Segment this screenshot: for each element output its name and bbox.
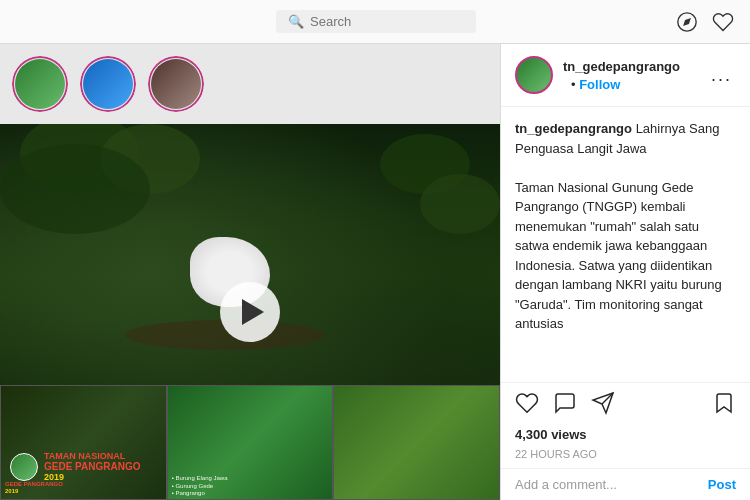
comment-button[interactable]: [553, 391, 577, 421]
svg-marker-1: [683, 18, 691, 26]
bookmark-button[interactable]: [712, 391, 736, 421]
more-button[interactable]: ...: [707, 65, 736, 86]
wm-text: Taman Nasional GEDE PANGRANGO 2019: [44, 451, 141, 482]
story-avatar-1[interactable]: [12, 56, 68, 112]
comment-input[interactable]: [515, 477, 700, 492]
post-caption: tn_gedepangrango Lahirnya Sang Penguasa …: [501, 107, 750, 382]
watermark: Taman Nasional GEDE PANGRANGO 2019: [10, 451, 141, 482]
thumb-wm-1: GEDE PANGRANGO 2019: [5, 481, 63, 495]
search-box[interactable]: 🔍: [276, 10, 476, 33]
story-avatar-3[interactable]: [148, 56, 204, 112]
caption-username[interactable]: tn_gedepangrango: [515, 121, 632, 136]
search-icon: 🔍: [288, 14, 304, 29]
caption-text: Lahirnya Sang Penguasa Langit Jawa Taman…: [515, 121, 722, 331]
post-username[interactable]: tn_gedepangrango: [563, 59, 680, 74]
story-strip: [0, 44, 500, 124]
like-button[interactable]: [515, 391, 539, 421]
bottom-thumbnails: GEDE PANGRANGO 2019 • Burung Elang Jawa …: [0, 385, 500, 500]
heart-button[interactable]: [712, 11, 734, 33]
follow-button[interactable]: Follow: [571, 77, 620, 92]
timestamp: 22 HOURS AGO: [501, 446, 750, 468]
top-bar: 🔍: [0, 0, 750, 44]
media-panel: Taman Nasional GEDE PANGRANGO 2019 GEDE …: [0, 44, 500, 500]
post-user: tn_gedepangrango Follow: [563, 57, 697, 93]
main-content: Taman Nasional GEDE PANGRANGO 2019 GEDE …: [0, 44, 750, 500]
play-button[interactable]: [220, 282, 280, 342]
thumb-3[interactable]: [333, 385, 500, 500]
compass-button[interactable]: [676, 11, 698, 33]
share-button[interactable]: [591, 391, 615, 421]
search-input[interactable]: [310, 14, 460, 29]
story-avatar-2[interactable]: [80, 56, 136, 112]
comment-box: Post: [501, 468, 750, 500]
right-panel: tn_gedepangrango Follow ... tn_gedepangr…: [500, 44, 750, 500]
post-avatar[interactable]: [515, 56, 553, 94]
post-header: tn_gedepangrango Follow ...: [501, 44, 750, 107]
thumb-2[interactable]: • Burung Elang Jawa • Gunung Gede • Pang…: [167, 385, 334, 500]
thumb-1[interactable]: GEDE PANGRANGO 2019: [0, 385, 167, 500]
top-bar-icons: [676, 11, 734, 33]
post-comment-button[interactable]: Post: [708, 477, 736, 492]
wm-avatar: [10, 453, 38, 481]
views-count: 4,300 views: [501, 425, 750, 446]
post-actions: [501, 382, 750, 425]
